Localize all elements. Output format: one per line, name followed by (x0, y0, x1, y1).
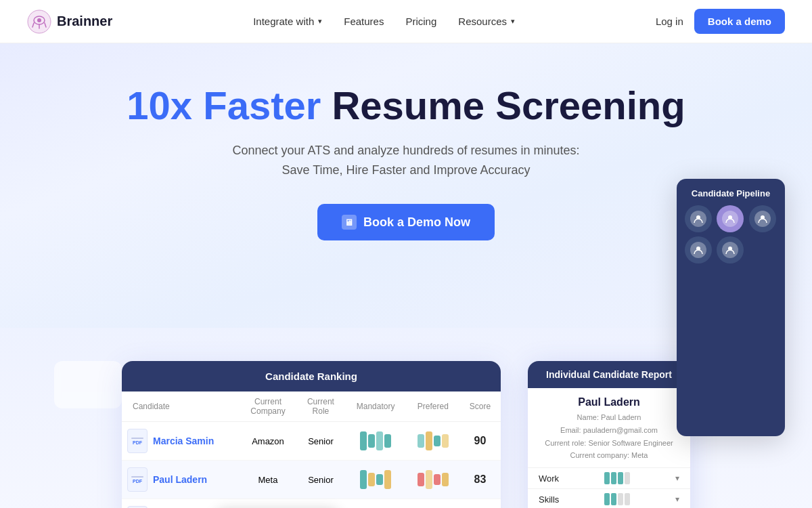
pdf-icon (127, 429, 148, 453)
company-value: Meta (631, 451, 648, 459)
report-info: Name: Paul Ladern Email: pauladern@gmail… (528, 411, 690, 467)
nav-resources[interactable]: Resources ▾ (458, 16, 515, 27)
avatar (685, 205, 712, 232)
email-label: Email: (560, 426, 581, 434)
preferred-1 (407, 422, 459, 461)
report-candidate-name: Paul Ladern (528, 388, 690, 411)
name-value: Paul Ladern (601, 413, 641, 421)
mandatory-2 (345, 461, 407, 499)
pdf-icon (127, 467, 148, 492)
bar (442, 473, 449, 486)
bar (360, 470, 367, 489)
rsbar (604, 472, 610, 484)
avatar-grid (685, 205, 777, 263)
bar (368, 473, 375, 486)
chevron-down-icon-2: ▾ (511, 17, 515, 26)
role-value: Senior Software Engineer (588, 439, 673, 447)
ranking-table: Candidate CurrentCompany CurrentRole Man… (122, 391, 501, 508)
nav-features[interactable]: Features (344, 16, 384, 27)
table-row: Paul Ladern Meta Senior (122, 461, 501, 499)
report-section-work: Work ▾ (528, 467, 690, 488)
hero-title-accent: 10x Faster (127, 83, 321, 127)
work-bars (604, 472, 630, 484)
role-2: Senior (296, 461, 344, 499)
hero-wrapper: 10x Faster Resume Screening Connect your… (0, 43, 812, 508)
col-preferred: Prefered (407, 391, 459, 422)
logo[interactable]: Brainner (27, 9, 112, 34)
monitor-icon: 🖥 (342, 215, 357, 230)
nav-pricing[interactable]: Pricing (405, 16, 436, 27)
logo-icon (27, 9, 51, 34)
candidate-cell-2: Paul Ladern (122, 461, 240, 499)
navbar: Brainner Integrate with ▾ Features Prici… (0, 0, 812, 43)
rsbar (625, 472, 630, 484)
bg-card-left (54, 361, 122, 408)
candidate-cell-1: Marcia Samin (122, 422, 240, 461)
avatar (685, 236, 712, 263)
mandatory-1 (345, 422, 407, 461)
company-label: Current company: (570, 451, 629, 459)
chevron-down-icon: ▾ (318, 17, 322, 26)
nav-actions: Log in Book a demo (656, 9, 785, 34)
rsbar (618, 493, 623, 505)
rsbar (618, 472, 623, 484)
avatar (717, 205, 744, 232)
expand-icon[interactable]: ▾ (675, 473, 679, 483)
score-3: 79 (459, 499, 501, 508)
score-1: 90 (459, 422, 501, 461)
rsbar (604, 493, 610, 505)
login-button[interactable]: Log in (656, 16, 683, 27)
nav-integrate[interactable]: Integrate with ▾ (253, 16, 322, 27)
col-mandatory: Mandatory (345, 391, 407, 422)
bar (434, 474, 441, 485)
cards-area: Candidate Ranking Candidate CurrentCompa… (41, 361, 771, 508)
nav-links: Integrate with ▾ Features Pricing Resour… (253, 16, 515, 27)
book-demo-button[interactable]: Book a demo (694, 9, 785, 34)
avatar (749, 205, 776, 232)
rsbar (625, 493, 630, 505)
pipeline-title: Candidate Pipeline (685, 188, 777, 198)
candidate-cell-3: Kevin Picus (122, 499, 240, 508)
table-row: Marcia Samin Amazon Senior (122, 422, 501, 461)
company-3: Expedia (240, 499, 297, 508)
bar (376, 474, 383, 485)
company-1: Amazon (240, 422, 297, 461)
report-section-skills: Skills ▾ (528, 488, 690, 508)
col-role: CurrentRole (296, 391, 344, 422)
role-label: Current role: (545, 439, 586, 447)
rsbar (611, 472, 616, 484)
mandatory-3 (345, 499, 407, 508)
rsbar (611, 493, 616, 505)
report-header: Individual Candidate Report (528, 361, 690, 388)
bar (384, 470, 391, 489)
preferred-3 (407, 499, 459, 508)
role-3: Senior (296, 499, 344, 508)
hero-section: 10x Faster Resume Screening Connect your… (0, 43, 812, 328)
name-label: Name: (577, 413, 599, 421)
expand-icon[interactable]: ▾ (675, 494, 679, 504)
col-candidate: Candidate (122, 391, 240, 422)
score-2: 83 (459, 461, 501, 499)
bar (368, 434, 375, 448)
bar (376, 431, 383, 450)
ranking-header: Candidate Ranking (122, 361, 501, 391)
ranking-card: Candidate Ranking Candidate CurrentCompa… (122, 361, 501, 508)
preferred-2 (407, 461, 459, 499)
bar (360, 431, 367, 450)
avatar (717, 236, 744, 263)
hero-title: 10x Faster Resume Screening (127, 84, 685, 127)
bar (418, 434, 424, 448)
hero-subtitle: Connect your ATS and analyze hundreds of… (233, 141, 580, 180)
pipeline-card: Candidate Pipeline (677, 179, 785, 436)
skills-bars (604, 493, 630, 505)
svg-point-2 (37, 18, 41, 22)
role-1: Senior (296, 422, 344, 461)
company-2: Meta (240, 461, 297, 499)
hero-cta-button[interactable]: 🖥 Book a Demo Now (317, 204, 495, 240)
bar (442, 434, 449, 448)
report-card: Individual Candidate Report Paul Ladern … (528, 361, 690, 508)
bar (426, 470, 432, 489)
col-company: CurrentCompany (240, 391, 297, 422)
bar (384, 434, 391, 448)
table-row: Kevin Picus Expedia Senior (122, 499, 501, 508)
